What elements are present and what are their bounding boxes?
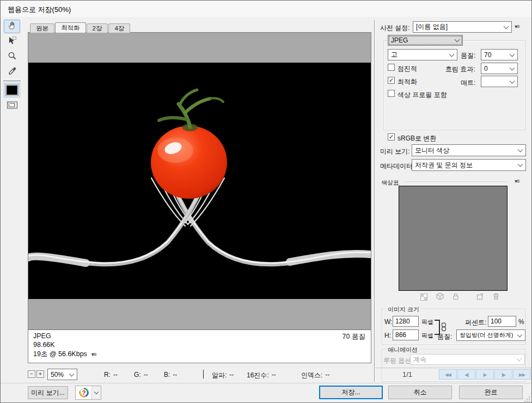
convert-srgb-label: sRGB로 변환 xyxy=(398,134,436,143)
quality-label: 품질: xyxy=(461,51,475,60)
height-field[interactable]: 866 xyxy=(393,329,419,340)
progressive-checkbox[interactable] xyxy=(388,64,395,71)
preview-mode-value: 모니터 색상 xyxy=(415,146,449,155)
browser-combo-chevron[interactable] xyxy=(91,386,101,399)
done-button[interactable]: 완료 xyxy=(459,386,523,399)
metadata-label: 메타데이터: xyxy=(380,162,414,171)
chevron-down-icon xyxy=(69,371,75,376)
eyedropper-tool-button[interactable] xyxy=(4,65,20,79)
titlebar[interactable]: 웹용으로 저장(50%) xyxy=(1,1,531,17)
image-size-legend: 이미지 크기 xyxy=(386,306,421,314)
matte-select[interactable] xyxy=(481,76,518,87)
resize-grip[interactable] xyxy=(524,395,530,403)
download-rate-menu-icon[interactable]: ▾≡ xyxy=(91,351,96,357)
lock-color-icon[interactable] xyxy=(452,292,460,302)
optimized-checkbox[interactable]: ✓ xyxy=(388,77,395,84)
new-color-icon[interactable] xyxy=(476,292,484,302)
file-format-select[interactable]: JPEG xyxy=(388,35,463,46)
zoom-out-button[interactable]: − xyxy=(28,370,35,378)
file-format-value: JPEG xyxy=(391,36,408,44)
color-table-label: 색상표 xyxy=(381,179,399,187)
tomato-on-forks-image xyxy=(28,63,371,299)
blur-select[interactable]: 0 xyxy=(481,63,518,74)
browser-select-combo[interactable]: ? xyxy=(75,386,101,400)
color-table-menu-button[interactable]: ▾≡ xyxy=(515,178,519,184)
tab-original[interactable]: 원본 xyxy=(30,23,54,33)
embed-color-profile-checkbox[interactable] xyxy=(388,90,395,97)
metadata-select[interactable]: 저작권 및 문의 정보 xyxy=(412,159,526,171)
readout-index: 인덱스:-- xyxy=(301,371,329,380)
current-color-black xyxy=(6,85,18,95)
chevron-down-icon xyxy=(518,147,523,152)
save-button[interactable]: 저장... xyxy=(319,386,383,399)
blur-label: 흐림 효과: xyxy=(445,65,475,74)
eyedropper-color-swatch[interactable] xyxy=(4,83,20,97)
preview-tabs: 원본 최적화 2장 4장 xyxy=(30,22,131,33)
last-frame-button[interactable]: ▶▶ xyxy=(513,369,531,380)
readout-hex: 16진수:-- xyxy=(247,371,276,380)
play-button[interactable]: ▶ xyxy=(476,369,494,380)
svg-text:?: ? xyxy=(82,389,85,396)
width-field[interactable]: 1280 xyxy=(393,316,419,327)
tab-2up[interactable]: 2장 xyxy=(87,23,108,33)
first-frame-button[interactable]: ◀◀ xyxy=(439,369,457,380)
tool-divider xyxy=(3,81,21,81)
resample-quality-select[interactable]: 쌍입방(더 선명하게) xyxy=(456,329,525,341)
cancel-button[interactable]: 취소 xyxy=(388,386,452,399)
zoom-in-button[interactable]: + xyxy=(36,370,44,378)
next-frame-button[interactable]: |▶ xyxy=(494,369,512,380)
compression-quality-value: 고 xyxy=(391,50,398,59)
previous-frame-button[interactable]: ◀| xyxy=(457,369,475,380)
optimized-label: 최적화 xyxy=(398,77,417,87)
percent-field[interactable]: 100 xyxy=(488,316,516,327)
color-table-area[interactable] xyxy=(399,186,507,291)
status-format: JPEG xyxy=(33,332,51,340)
chevron-down-icon xyxy=(504,23,509,29)
magnifier-icon xyxy=(8,51,17,63)
slice-select-tool-button[interactable] xyxy=(4,35,20,48)
tab-4up[interactable]: 4장 xyxy=(108,23,130,33)
preview-mode-select[interactable]: 모니터 색상 xyxy=(412,144,526,156)
zoom-tool-button[interactable] xyxy=(4,50,20,64)
preset-select[interactable]: [이름 없음] xyxy=(413,21,512,33)
optimized-image-preview[interactable] xyxy=(28,63,371,299)
slices-visibility-icon xyxy=(7,101,18,112)
tab-optimized[interactable]: 최적화 xyxy=(55,22,86,33)
dialog-title: 웹용으로 저장(50%) xyxy=(8,5,71,15)
delete-color-icon[interactable] xyxy=(492,292,500,302)
compression-quality-select[interactable]: 고 xyxy=(388,49,457,60)
toggle-slices-button[interactable] xyxy=(4,99,20,113)
width-label: W: xyxy=(384,318,392,326)
convert-srgb-checkbox[interactable]: ✓ xyxy=(388,133,395,141)
optimize-status-bar: JPEG 98.66K 19초 @ 56.6Kbps▾≡ 70 품질 xyxy=(28,329,371,363)
status-filesize: 98.66K xyxy=(33,341,55,349)
metadata-value: 저작권 및 문의 정보 xyxy=(415,161,473,170)
animation-rule xyxy=(375,368,532,368)
hand-tool-button[interactable] xyxy=(4,20,20,33)
web-shift-cube-icon[interactable] xyxy=(436,292,444,302)
blur-value: 0 xyxy=(484,65,488,72)
footer-divider xyxy=(1,383,532,383)
chevron-down-icon xyxy=(517,332,523,337)
resample-quality-label: 품질: xyxy=(437,332,452,341)
looping-options-select: 계속 xyxy=(410,354,525,365)
eyedropper-icon xyxy=(8,66,17,78)
progressive-label: 점진적 xyxy=(398,64,417,74)
optimize-menu-button[interactable]: ▾≡ xyxy=(515,23,519,29)
panel-divider xyxy=(374,20,375,382)
matte-label: 매트: xyxy=(461,78,475,88)
height-label: H: xyxy=(384,332,391,339)
chevron-down-icon xyxy=(518,162,523,167)
slice-select-icon xyxy=(8,36,17,47)
status-quality: 70 품질 xyxy=(343,332,365,341)
color-table-rule xyxy=(405,181,508,182)
browser-preview-icon: ? xyxy=(76,386,91,399)
quality-value-select[interactable]: 70 xyxy=(481,49,518,60)
looping-options-value: 계속 xyxy=(413,355,426,364)
readout-alpha: 알파:-- xyxy=(212,371,234,380)
preview-in-browser-button[interactable]: 미리 보기... xyxy=(28,386,68,399)
zoom-level-select[interactable]: 50% xyxy=(47,369,77,380)
preset-label: 사전 설정: xyxy=(380,23,410,33)
transparency-checker-icon[interactable] xyxy=(420,293,427,303)
animation-legend: 애니메이션 xyxy=(386,346,420,354)
